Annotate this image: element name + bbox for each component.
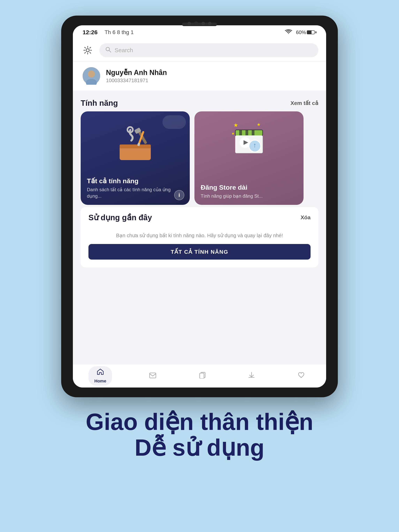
svg-text:★: ★ [233, 122, 238, 128]
bottom-nav: Home [73, 364, 326, 387]
feature-card-video[interactable]: ★ ★ ★ [194, 111, 303, 205]
spacer [73, 270, 326, 278]
svg-rect-20 [252, 130, 254, 136]
app-content: Nguyễn Anh Nhân 100033347181971 Tính năn… [73, 61, 326, 364]
battery-fill [307, 31, 312, 34]
svg-text:↑: ↑ [253, 141, 256, 149]
avatar [83, 67, 100, 85]
svg-rect-29 [200, 373, 204, 379]
profile-section: Nguyễn Anh Nhân 100033347181971 [73, 61, 326, 90]
features-section: Tính năng Xem tất cả [73, 93, 326, 205]
svg-rect-27 [150, 373, 156, 378]
see-all-link[interactable]: Xem tất cả [290, 100, 318, 106]
nav-item-mail[interactable] [143, 370, 162, 382]
svg-text:★: ★ [232, 132, 235, 136]
status-time: 12:26 [83, 29, 98, 36]
features-header: Tính năng Xem tất cả [81, 93, 318, 111]
battery-body [307, 30, 315, 34]
card-tools-desc: Danh sách tất cả các tính năng của ứng d… [87, 186, 184, 199]
clear-link[interactable]: Xóa [301, 214, 310, 221]
svg-rect-19 [245, 130, 248, 136]
feature-cards-row: Tất cả tính năng Danh sách tất cả các tí… [81, 111, 318, 205]
tagline: Giao diện thân thiện Dễ sử dụng [86, 409, 313, 460]
nav-item-download[interactable] [243, 370, 260, 382]
copy-icon [199, 372, 206, 380]
camera-main [194, 21, 198, 26]
avatar-illustration [83, 67, 100, 85]
svg-rect-7 [120, 145, 151, 148]
svg-point-4 [88, 70, 95, 77]
search-placeholder: Search [115, 47, 313, 54]
tagline-line2: Dễ sử dụng [86, 435, 313, 460]
svg-line-2 [109, 51, 111, 52]
nav-home-label: Home [94, 379, 106, 384]
nav-item-copy[interactable] [193, 370, 211, 382]
camera-dot [187, 22, 191, 25]
recent-section: Sử dụng gần đây Xóa Bạn chưa sử dụng bất… [81, 207, 318, 267]
search-icon [105, 47, 111, 54]
recent-title: Sử dụng gần đây [89, 213, 152, 222]
card-video-content: Đăng Store dài Tính năng giúp bạn đăng S… [194, 178, 303, 205]
toolbox-illustration [112, 119, 159, 166]
svg-rect-18 [239, 130, 242, 136]
video-clapper-illustration: ★ ★ ★ [230, 121, 269, 160]
status-right: 60% [285, 29, 316, 36]
home-icon [97, 368, 104, 377]
card-cloud-decoration [162, 115, 186, 129]
features-title: Tính năng [81, 99, 118, 108]
profile-name: Nguyễn Anh Nhân [106, 69, 167, 77]
camera-dot-3 [208, 22, 212, 25]
camera-dot-2 [201, 22, 205, 25]
download-icon [248, 372, 255, 380]
recent-header: Sử dụng gần đây Xóa [89, 207, 310, 226]
profile-info: Nguyễn Anh Nhân 100033347181971 [106, 69, 167, 83]
clapper-svg: ★ ★ ★ [230, 121, 269, 160]
battery-tip [315, 31, 316, 33]
battery-percent: 60% [296, 29, 306, 35]
search-bar[interactable]: Search [99, 43, 318, 57]
svg-text:★: ★ [257, 122, 261, 127]
toolbox-svg [114, 121, 157, 164]
svg-point-0 [86, 49, 89, 52]
tablet-device: 12:26 Th 6 8 thg 1 60% [61, 16, 338, 397]
nav-item-home[interactable]: Home [89, 366, 112, 386]
settings-button[interactable] [81, 43, 95, 57]
feature-card-tools[interactable]: Tất cả tính năng Danh sách tất cả các tí… [81, 111, 190, 205]
wifi-icon [285, 29, 292, 36]
profile-id: 100033347181971 [106, 77, 167, 83]
toolbar: Search [73, 39, 326, 61]
card-tools-content: Tất cả tính năng Danh sách tất cả các tí… [81, 171, 190, 205]
card-video-title: Đăng Store dài [201, 184, 297, 191]
tagline-line1: Giao diện thân thiện [86, 409, 313, 435]
card-info-button[interactable]: i [174, 190, 184, 200]
battery-indicator: 60% [296, 29, 316, 35]
camera-area [187, 21, 212, 26]
card-tools-title: Tất cả tính năng [87, 177, 184, 185]
all-features-button[interactable]: TẤT CẢ TÍNH NĂNG [89, 244, 310, 260]
mail-icon [149, 372, 156, 380]
status-bar: 12:26 Th 6 8 thg 1 60% [73, 25, 326, 39]
recent-empty-text: Bạn chưa sử dụng bất ki tính năng nào. H… [89, 226, 310, 244]
gear-icon [83, 45, 92, 55]
screen: 12:26 Th 6 8 thg 1 60% [73, 25, 326, 387]
card-video-desc: Tính năng giúp bạn đăng St... [201, 193, 297, 199]
status-date: Th 6 8 thg 1 [105, 29, 134, 35]
nav-item-heart[interactable] [292, 370, 310, 382]
heart-icon [298, 372, 305, 380]
